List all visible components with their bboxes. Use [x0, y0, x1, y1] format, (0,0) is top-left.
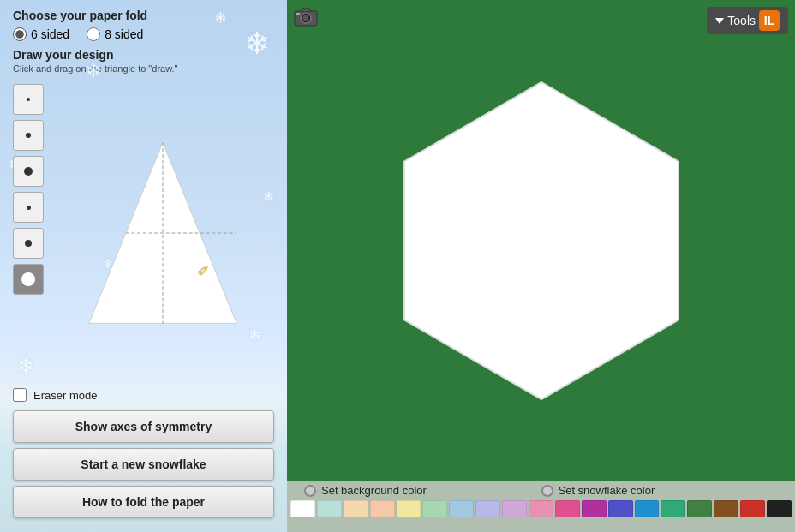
triangle-canvas[interactable]: ✏ ✏ ✏ — [51, 81, 274, 385]
swatch-13[interactable] — [635, 500, 660, 517]
bg-color-radio[interactable] — [304, 485, 316, 497]
swatch-11[interactable] — [582, 500, 607, 517]
radio-6sided-input[interactable] — [13, 27, 27, 41]
brush-xs[interactable] — [13, 84, 44, 115]
hexagon-snowflake-svg — [379, 61, 704, 421]
brush-lg-dot — [21, 272, 35, 286]
color-labels: Set background color Set snowflake color — [287, 481, 795, 500]
radio-6sided-label: 6 sided — [31, 27, 69, 41]
swatch-10[interactable] — [555, 500, 580, 517]
swatch-17[interactable] — [740, 500, 765, 517]
brush-md-dot — [24, 167, 33, 176]
swatch-2[interactable] — [344, 500, 368, 517]
snowflake-display — [287, 0, 795, 532]
draw-area: ✏ ✏ ✏ — [13, 81, 274, 385]
swatch-3[interactable] — [370, 500, 395, 517]
color-bar: Set background color Set snowflake color — [287, 481, 795, 532]
swatch-12[interactable] — [608, 500, 633, 517]
eraser-checkbox[interactable] — [13, 388, 27, 402]
radio-6sided[interactable]: 6 sided — [13, 27, 69, 41]
swatch-16[interactable] — [714, 500, 738, 517]
brush-sm[interactable] — [13, 120, 44, 151]
how-to-fold-button[interactable]: How to fold the paper — [13, 486, 274, 518]
swatch-6[interactable] — [449, 500, 474, 517]
left-panel: ❄ ❄ ❄ ❄ ❄ ❄ ❄ ❄ Choose your paper fold 6… — [0, 0, 287, 532]
bg-color-label[interactable]: Set background color — [304, 484, 541, 497]
new-snowflake-button[interactable]: Start a new snowflake — [13, 448, 274, 481]
snow-color-radio[interactable] — [541, 485, 553, 497]
fold-options: 6 sided 8 sided — [13, 27, 274, 41]
snow-color-text: Set snowflake color — [559, 484, 655, 497]
camera-icon[interactable] — [294, 7, 318, 31]
show-axes-button[interactable]: Show axes of symmetry — [13, 410, 274, 443]
brush-dot-sm-dot — [27, 206, 31, 210]
brush-sizes — [13, 81, 44, 385]
draw-title: Draw your design — [13, 48, 274, 62]
svg-marker-8 — [404, 82, 678, 399]
radio-8sided-label: 8 sided — [105, 27, 143, 41]
radio-8sided[interactable]: 8 sided — [87, 27, 143, 41]
tools-label: Tools — [727, 14, 756, 27]
svg-rect-6 — [302, 9, 310, 12]
radio-8sided-input[interactable] — [87, 27, 100, 41]
brush-dot-md-dot — [25, 240, 32, 247]
swatch-7[interactable] — [475, 500, 500, 517]
swatch-1[interactable] — [317, 500, 342, 517]
brush-sm-dot — [26, 133, 31, 138]
right-panel: Tools IL Set background color Set snowfl… — [287, 0, 795, 532]
snow-color-label[interactable]: Set snowflake color — [541, 484, 779, 497]
brush-lg[interactable] — [13, 264, 44, 295]
color-swatches — [287, 500, 795, 521]
brush-dot-md[interactable] — [13, 228, 44, 259]
swatch-8[interactable] — [502, 500, 527, 517]
tools-dropdown-icon — [715, 18, 724, 24]
svg-point-5 — [303, 15, 309, 21]
swatch-9[interactable] — [529, 500, 553, 517]
triangle-svg: ✏ ✏ ✏ — [77, 134, 248, 332]
fold-title: Choose your paper fold — [13, 9, 274, 22]
svg-rect-7 — [296, 13, 300, 15]
swatch-5[interactable] — [422, 500, 447, 517]
brush-xs-dot — [27, 98, 30, 101]
tools-logo-icon: IL — [759, 10, 780, 31]
eraser-label: Eraser mode — [33, 389, 97, 402]
eraser-row: Eraser mode — [13, 388, 274, 402]
swatch-15[interactable] — [687, 500, 712, 517]
tools-button[interactable]: Tools IL — [707, 7, 788, 34]
swatch-14[interactable] — [661, 500, 685, 517]
swatch-0[interactable] — [290, 500, 315, 517]
draw-subtitle: Click and drag on the triangle to "draw.… — [13, 63, 274, 74]
brush-md[interactable] — [13, 156, 44, 187]
brush-dot-sm[interactable] — [13, 192, 44, 223]
swatch-4[interactable] — [397, 500, 421, 517]
bg-color-text: Set background color — [321, 484, 427, 497]
swatch-18[interactable] — [767, 500, 792, 517]
